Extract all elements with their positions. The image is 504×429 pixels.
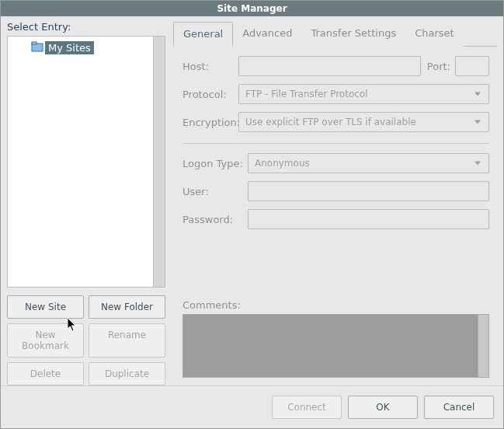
user-row: User: — [182, 181, 489, 201]
comments-label: Comments: — [182, 281, 489, 311]
encryption-label: Encryption: — [182, 117, 238, 128]
titlebar: Site Manager — [1, 1, 503, 16]
protocol-label: Protocol: — [182, 89, 238, 100]
rename-button: Rename — [89, 323, 165, 358]
ok-button[interactable]: OK — [348, 396, 418, 419]
window-title: Site Manager — [217, 3, 287, 14]
host-input[interactable] — [238, 56, 421, 76]
folder-icon — [31, 41, 43, 54]
connect-button: Connect — [272, 396, 342, 419]
new-folder-button[interactable]: New Folder — [89, 295, 165, 319]
svg-rect-1 — [32, 42, 36, 44]
site-tree[interactable]: My Sites — [7, 36, 154, 288]
protocol-select[interactable]: FTP - File Transfer Protocol — [238, 84, 489, 104]
protocol-row: Protocol: FTP - File Transfer Protocol — [182, 84, 489, 104]
tab-charset[interactable]: Charset — [405, 22, 464, 47]
duplicate-button: Duplicate — [89, 362, 165, 385]
encryption-select[interactable]: Use explicit FTP over TLS if available — [238, 112, 489, 132]
delete-button: Delete — [7, 362, 84, 385]
left-button-grid: New Site New Folder New Bookmark Rename … — [7, 295, 165, 385]
tree-scrollbar[interactable] — [154, 36, 165, 288]
user-label: User: — [182, 186, 248, 197]
logon-type-row: Logon Type: Anonymous — [182, 153, 489, 173]
port-label: Port: — [427, 61, 450, 72]
general-panel: Host: Port: Protocol: FTP - File Transfe… — [173, 47, 497, 385]
comments-scrollbar[interactable] — [478, 315, 488, 377]
comments-content — [183, 315, 478, 377]
password-input — [248, 209, 489, 229]
port-input[interactable] — [455, 56, 489, 76]
logon-type-label: Logon Type: — [182, 158, 248, 169]
protocol-value: FTP - File Transfer Protocol — [245, 89, 368, 99]
host-label: Host: — [182, 61, 238, 72]
content-area: Select Entry: My Sites New Site New Fold… — [1, 16, 503, 385]
new-site-button[interactable]: New Site — [7, 295, 84, 319]
comments-textarea — [182, 314, 489, 378]
tab-transfer-settings[interactable]: Transfer Settings — [301, 22, 405, 47]
site-manager-window: Site Manager Select Entry: My Sites New … — [0, 0, 504, 429]
cancel-button[interactable]: Cancel — [424, 396, 494, 419]
tab-bar: General Advanced Transfer Settings Chars… — [173, 21, 497, 47]
divider — [182, 143, 489, 144]
select-entry-label: Select Entry: — [7, 21, 165, 33]
new-bookmark-button: New Bookmark — [7, 323, 84, 358]
password-row: Password: — [182, 209, 489, 229]
right-pane: General Advanced Transfer Settings Chars… — [173, 21, 497, 385]
encryption-value: Use explicit FTP over TLS if available — [245, 117, 416, 127]
logon-type-value: Anonymous — [255, 158, 310, 169]
logon-type-select[interactable]: Anonymous — [248, 153, 489, 173]
left-pane: Select Entry: My Sites New Site New Fold… — [7, 21, 165, 385]
tree-item-my-sites[interactable]: My Sites — [11, 41, 150, 54]
tree-item-label: My Sites — [45, 41, 94, 54]
tree-wrap: My Sites — [7, 36, 165, 288]
tab-general[interactable]: General — [173, 22, 233, 47]
password-label: Password: — [182, 214, 248, 225]
tab-advanced[interactable]: Advanced — [233, 22, 301, 47]
host-row: Host: Port: — [182, 56, 489, 76]
footer: Connect OK Cancel — [1, 385, 503, 428]
encryption-row: Encryption: Use explicit FTP over TLS if… — [182, 112, 489, 132]
user-input — [248, 181, 489, 201]
